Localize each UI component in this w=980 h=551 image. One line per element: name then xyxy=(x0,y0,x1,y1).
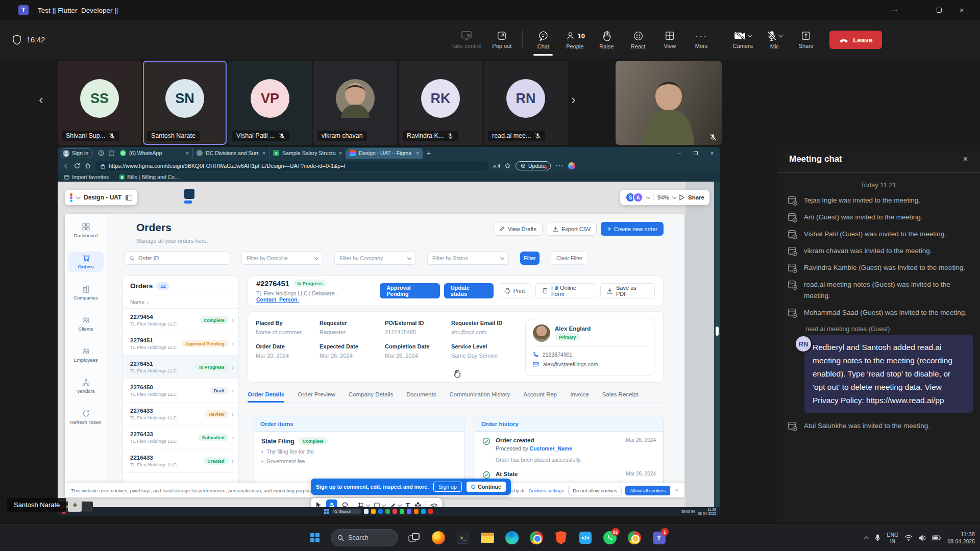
cookie-settings-link[interactable]: Cookies settings xyxy=(528,488,564,493)
battery-icon[interactable] xyxy=(932,535,941,540)
chat-close-icon[interactable]: × xyxy=(963,155,968,164)
taskbar-icon-task-view[interactable] xyxy=(403,527,425,548)
share-button[interactable]: Share xyxy=(795,25,817,55)
participant-tile[interactable]: VPVishal Patil ... xyxy=(228,61,312,145)
tab-order-preview[interactable]: Order Preview xyxy=(298,391,335,397)
sidebar-item-clients[interactable]: Clients xyxy=(68,314,104,334)
text-tool[interactable]: T xyxy=(406,502,410,508)
browser-profile-button[interactable]: Sign in xyxy=(61,148,93,158)
participant-tile[interactable]: SNSantosh Narate xyxy=(143,61,227,145)
print-button[interactable]: Print xyxy=(498,283,532,298)
chat-button[interactable]: Chat xyxy=(532,25,554,55)
shared-app-icon[interactable] xyxy=(393,509,397,514)
bookmark-bills[interactable]: B Bills | Billing and Co... xyxy=(119,174,179,180)
read-aloud-icon[interactable]: A xyxy=(493,163,500,169)
tab-close-icon[interactable]: × xyxy=(262,150,265,156)
taskbar-icon-vscode[interactable]: </> xyxy=(575,527,596,548)
shared-clock[interactable]: 11:38 08-04-2025 xyxy=(698,508,716,516)
browser-settings-icon[interactable]: ··· xyxy=(555,161,564,170)
participant-tile[interactable]: RNread.ai mee... xyxy=(484,61,568,145)
shared-search[interactable]: Search xyxy=(332,509,361,514)
contact-phone[interactable]: 2123874901 xyxy=(533,352,648,358)
shared-app-icon[interactable] xyxy=(385,509,390,514)
tab-close-icon[interactable]: × xyxy=(339,150,342,156)
new-tab-button[interactable]: + xyxy=(427,149,431,157)
order-row[interactable]: 2276450TL Flex Holdings LLCDraft› xyxy=(123,379,238,403)
approval-pending-button[interactable]: Approval Pending xyxy=(380,283,440,298)
export-csv-button[interactable]: Export CSV xyxy=(547,222,597,236)
shared-app-icon[interactable] xyxy=(371,509,376,514)
taskbar-icon-terminal[interactable]: >_ xyxy=(452,527,474,548)
camera-options-chevron[interactable] xyxy=(747,32,752,37)
browser-maximize-button[interactable] xyxy=(688,147,704,159)
shared-app-icon[interactable] xyxy=(428,509,433,514)
google-continue-button[interactable]: G Continue xyxy=(467,482,506,492)
sidebar-item-refresh-token[interactable]: Refresh Token xyxy=(68,407,104,428)
more-button[interactable]: ··· More xyxy=(690,25,713,55)
browser-close-button[interactable]: × xyxy=(704,147,720,159)
filter-company-select[interactable]: Filter by Company xyxy=(334,252,416,265)
sidebar-item-vendors[interactable]: Vendors xyxy=(68,376,104,396)
maximize-button[interactable] xyxy=(928,0,950,20)
raise-hand-button[interactable]: Raise xyxy=(595,25,618,55)
zoom-level[interactable]: 94% xyxy=(657,194,669,201)
order-row[interactable]: 2276433TL Flex Holdings LLCReview› xyxy=(123,403,238,426)
taskbar-icon-chrome-work[interactable] xyxy=(624,527,645,548)
browser-update-button[interactable]: Update xyxy=(516,161,551,170)
tab-invoice[interactable]: Invoice xyxy=(570,391,589,397)
taskbar-icon-whatsapp[interactable]: 81 xyxy=(599,527,621,548)
sidebar-item-companies[interactable]: Companies xyxy=(68,283,104,303)
filter-domicile-select[interactable]: Filter by Domicile xyxy=(241,252,323,265)
people-button[interactable]: 10 People xyxy=(564,25,586,55)
deny-cookies-button[interactable]: Do not allow cookies xyxy=(568,486,622,495)
dev-mode-tool[interactable]: </> xyxy=(430,503,437,508)
shared-app-icon[interactable] xyxy=(414,509,419,514)
shared-screen[interactable]: Sign in ✆(6) WhatsApp×DC Divisions and S… xyxy=(58,147,720,516)
back-icon[interactable] xyxy=(63,163,69,169)
strip-prev-arrow[interactable]: ‹ xyxy=(39,93,43,106)
order-row[interactable]: 2216433TL Flex Holdings LLCCreated› xyxy=(123,449,238,473)
tab-sales-receipt[interactable]: Sales Receipt xyxy=(602,391,639,397)
update-status-button[interactable]: Update status xyxy=(444,283,494,298)
browser-tab[interactable]: XSample Salary Structure with calc× xyxy=(270,148,346,159)
browser-tab[interactable]: Design - UAT – Figma× xyxy=(346,148,423,159)
shared-app-icon[interactable] xyxy=(378,509,383,514)
refresh-icon[interactable] xyxy=(74,163,80,169)
browser-tab[interactable]: ✆(6) WhatsApp× xyxy=(116,148,193,159)
react-button[interactable]: React xyxy=(627,25,649,55)
order-row[interactable]: 2279451TL Flex Holdings LLCApproval Pend… xyxy=(123,332,238,356)
participant-tile[interactable]: RKRavindra K... xyxy=(399,61,482,145)
save-as-pdf-button[interactable]: Save as PDF xyxy=(600,283,655,298)
figma-share-button[interactable]: Share xyxy=(688,194,704,201)
mic-options-chevron[interactable] xyxy=(778,32,783,37)
taskbar-clock[interactable]: 11:38 08-04-2025 xyxy=(947,531,975,545)
shared-app-icon[interactable] xyxy=(400,509,404,514)
shared-app-icon[interactable] xyxy=(407,509,411,514)
taskbar-icon-chrome[interactable] xyxy=(526,527,547,548)
close-button[interactable]: × xyxy=(950,0,973,20)
volume-icon[interactable] xyxy=(919,535,926,541)
shared-start-icon[interactable] xyxy=(324,509,329,514)
browser-scrollbar[interactable] xyxy=(714,182,720,507)
sidebar-item-employees[interactable]: Employees xyxy=(68,345,104,365)
present-icon[interactable] xyxy=(679,194,684,201)
mic-button[interactable]: Mic xyxy=(763,25,786,55)
participant-tile[interactable]: vikram chavan xyxy=(313,61,397,145)
sidebar-item-orders[interactable]: Orders xyxy=(68,252,104,272)
taskbar-icon-file-explorer[interactable] xyxy=(477,527,498,548)
layout-panel-icon[interactable] xyxy=(126,195,132,201)
tray-mic-icon[interactable] xyxy=(874,534,881,542)
minimize-button[interactable]: – xyxy=(905,0,928,20)
allow-cookies-button[interactable]: Allow all cookies xyxy=(625,486,670,495)
tab-company-details[interactable]: Company Details xyxy=(349,391,394,397)
components-tool[interactable] xyxy=(414,502,421,507)
hand-tool[interactable] xyxy=(326,499,337,507)
shared-language[interactable]: ENG IN xyxy=(681,509,695,514)
camera-button[interactable]: Camera xyxy=(731,25,754,55)
home-icon[interactable] xyxy=(85,163,91,169)
taskbar-icon-firefox[interactable] xyxy=(428,527,449,548)
figma-logo-icon[interactable] xyxy=(70,193,72,202)
pop-out-button[interactable]: Pop out xyxy=(491,25,513,55)
browser-tab[interactable]: DC Divisions and Surroundings× xyxy=(193,148,270,159)
tab-close-icon[interactable]: × xyxy=(186,150,189,156)
